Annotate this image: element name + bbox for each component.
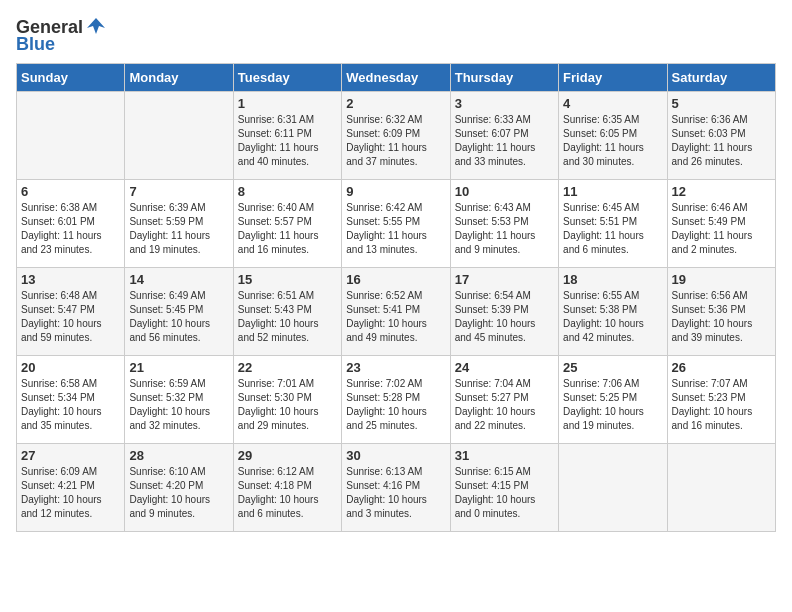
day-info: Sunrise: 7:02 AM Sunset: 5:28 PM Dayligh… <box>346 377 445 433</box>
day-info: Sunrise: 6:12 AM Sunset: 4:18 PM Dayligh… <box>238 465 337 521</box>
day-number: 31 <box>455 448 554 463</box>
calendar-body: 1Sunrise: 6:31 AM Sunset: 6:11 PM Daylig… <box>17 92 776 532</box>
day-number: 18 <box>563 272 662 287</box>
day-info: Sunrise: 6:15 AM Sunset: 4:15 PM Dayligh… <box>455 465 554 521</box>
day-number: 29 <box>238 448 337 463</box>
day-number: 4 <box>563 96 662 111</box>
calendar-cell: 2Sunrise: 6:32 AM Sunset: 6:09 PM Daylig… <box>342 92 450 180</box>
day-number: 26 <box>672 360 771 375</box>
calendar-cell <box>17 92 125 180</box>
calendar-cell: 1Sunrise: 6:31 AM Sunset: 6:11 PM Daylig… <box>233 92 341 180</box>
day-number: 10 <box>455 184 554 199</box>
calendar-cell: 5Sunrise: 6:36 AM Sunset: 6:03 PM Daylig… <box>667 92 775 180</box>
svg-marker-0 <box>87 18 105 34</box>
column-header-tuesday: Tuesday <box>233 64 341 92</box>
day-info: Sunrise: 7:04 AM Sunset: 5:27 PM Dayligh… <box>455 377 554 433</box>
calendar-cell: 13Sunrise: 6:48 AM Sunset: 5:47 PM Dayli… <box>17 268 125 356</box>
calendar-cell: 21Sunrise: 6:59 AM Sunset: 5:32 PM Dayli… <box>125 356 233 444</box>
calendar-cell: 16Sunrise: 6:52 AM Sunset: 5:41 PM Dayli… <box>342 268 450 356</box>
day-number: 21 <box>129 360 228 375</box>
day-info: Sunrise: 6:42 AM Sunset: 5:55 PM Dayligh… <box>346 201 445 257</box>
calendar-cell: 22Sunrise: 7:01 AM Sunset: 5:30 PM Dayli… <box>233 356 341 444</box>
calendar-cell: 24Sunrise: 7:04 AM Sunset: 5:27 PM Dayli… <box>450 356 558 444</box>
column-header-wednesday: Wednesday <box>342 64 450 92</box>
logo-blue-text: Blue <box>16 34 55 55</box>
day-info: Sunrise: 7:07 AM Sunset: 5:23 PM Dayligh… <box>672 377 771 433</box>
day-number: 5 <box>672 96 771 111</box>
day-info: Sunrise: 7:01 AM Sunset: 5:30 PM Dayligh… <box>238 377 337 433</box>
calendar-cell: 30Sunrise: 6:13 AM Sunset: 4:16 PM Dayli… <box>342 444 450 532</box>
calendar-cell: 31Sunrise: 6:15 AM Sunset: 4:15 PM Dayli… <box>450 444 558 532</box>
calendar-cell: 28Sunrise: 6:10 AM Sunset: 4:20 PM Dayli… <box>125 444 233 532</box>
calendar-cell: 15Sunrise: 6:51 AM Sunset: 5:43 PM Dayli… <box>233 268 341 356</box>
day-number: 25 <box>563 360 662 375</box>
calendar-cell <box>125 92 233 180</box>
day-info: Sunrise: 6:32 AM Sunset: 6:09 PM Dayligh… <box>346 113 445 169</box>
column-header-saturday: Saturday <box>667 64 775 92</box>
day-info: Sunrise: 6:10 AM Sunset: 4:20 PM Dayligh… <box>129 465 228 521</box>
calendar-week-row: 6Sunrise: 6:38 AM Sunset: 6:01 PM Daylig… <box>17 180 776 268</box>
day-number: 19 <box>672 272 771 287</box>
day-number: 17 <box>455 272 554 287</box>
day-info: Sunrise: 6:54 AM Sunset: 5:39 PM Dayligh… <box>455 289 554 345</box>
logo-bird-icon <box>85 16 107 38</box>
column-header-thursday: Thursday <box>450 64 558 92</box>
day-info: Sunrise: 6:33 AM Sunset: 6:07 PM Dayligh… <box>455 113 554 169</box>
day-number: 20 <box>21 360 120 375</box>
calendar-cell: 14Sunrise: 6:49 AM Sunset: 5:45 PM Dayli… <box>125 268 233 356</box>
column-header-monday: Monday <box>125 64 233 92</box>
calendar-cell: 4Sunrise: 6:35 AM Sunset: 6:05 PM Daylig… <box>559 92 667 180</box>
day-number: 1 <box>238 96 337 111</box>
calendar-cell: 29Sunrise: 6:12 AM Sunset: 4:18 PM Dayli… <box>233 444 341 532</box>
day-info: Sunrise: 6:59 AM Sunset: 5:32 PM Dayligh… <box>129 377 228 433</box>
day-info: Sunrise: 6:51 AM Sunset: 5:43 PM Dayligh… <box>238 289 337 345</box>
calendar-cell: 9Sunrise: 6:42 AM Sunset: 5:55 PM Daylig… <box>342 180 450 268</box>
logo: General Blue <box>16 16 107 55</box>
day-info: Sunrise: 6:43 AM Sunset: 5:53 PM Dayligh… <box>455 201 554 257</box>
calendar-cell <box>667 444 775 532</box>
day-number: 8 <box>238 184 337 199</box>
page-header: General Blue <box>16 16 776 55</box>
calendar-cell: 11Sunrise: 6:45 AM Sunset: 5:51 PM Dayli… <box>559 180 667 268</box>
calendar-cell: 17Sunrise: 6:54 AM Sunset: 5:39 PM Dayli… <box>450 268 558 356</box>
calendar-week-row: 1Sunrise: 6:31 AM Sunset: 6:11 PM Daylig… <box>17 92 776 180</box>
calendar-week-row: 20Sunrise: 6:58 AM Sunset: 5:34 PM Dayli… <box>17 356 776 444</box>
calendar-cell: 20Sunrise: 6:58 AM Sunset: 5:34 PM Dayli… <box>17 356 125 444</box>
calendar-cell: 8Sunrise: 6:40 AM Sunset: 5:57 PM Daylig… <box>233 180 341 268</box>
day-info: Sunrise: 6:31 AM Sunset: 6:11 PM Dayligh… <box>238 113 337 169</box>
calendar-cell: 3Sunrise: 6:33 AM Sunset: 6:07 PM Daylig… <box>450 92 558 180</box>
calendar-week-row: 27Sunrise: 6:09 AM Sunset: 4:21 PM Dayli… <box>17 444 776 532</box>
day-info: Sunrise: 6:46 AM Sunset: 5:49 PM Dayligh… <box>672 201 771 257</box>
calendar-cell: 25Sunrise: 7:06 AM Sunset: 5:25 PM Dayli… <box>559 356 667 444</box>
day-info: Sunrise: 6:45 AM Sunset: 5:51 PM Dayligh… <box>563 201 662 257</box>
day-info: Sunrise: 6:58 AM Sunset: 5:34 PM Dayligh… <box>21 377 120 433</box>
calendar-cell: 23Sunrise: 7:02 AM Sunset: 5:28 PM Dayli… <box>342 356 450 444</box>
day-info: Sunrise: 6:39 AM Sunset: 5:59 PM Dayligh… <box>129 201 228 257</box>
day-info: Sunrise: 6:40 AM Sunset: 5:57 PM Dayligh… <box>238 201 337 257</box>
day-number: 7 <box>129 184 228 199</box>
day-number: 27 <box>21 448 120 463</box>
day-number: 23 <box>346 360 445 375</box>
calendar-cell: 6Sunrise: 6:38 AM Sunset: 6:01 PM Daylig… <box>17 180 125 268</box>
day-number: 24 <box>455 360 554 375</box>
calendar-cell: 12Sunrise: 6:46 AM Sunset: 5:49 PM Dayli… <box>667 180 775 268</box>
day-info: Sunrise: 6:56 AM Sunset: 5:36 PM Dayligh… <box>672 289 771 345</box>
day-number: 30 <box>346 448 445 463</box>
day-info: Sunrise: 6:52 AM Sunset: 5:41 PM Dayligh… <box>346 289 445 345</box>
day-number: 28 <box>129 448 228 463</box>
day-number: 9 <box>346 184 445 199</box>
day-info: Sunrise: 6:48 AM Sunset: 5:47 PM Dayligh… <box>21 289 120 345</box>
day-info: Sunrise: 7:06 AM Sunset: 5:25 PM Dayligh… <box>563 377 662 433</box>
day-number: 16 <box>346 272 445 287</box>
day-number: 2 <box>346 96 445 111</box>
day-number: 6 <box>21 184 120 199</box>
calendar-table: SundayMondayTuesdayWednesdayThursdayFrid… <box>16 63 776 532</box>
calendar-cell: 18Sunrise: 6:55 AM Sunset: 5:38 PM Dayli… <box>559 268 667 356</box>
column-header-friday: Friday <box>559 64 667 92</box>
day-info: Sunrise: 6:35 AM Sunset: 6:05 PM Dayligh… <box>563 113 662 169</box>
day-info: Sunrise: 6:49 AM Sunset: 5:45 PM Dayligh… <box>129 289 228 345</box>
calendar-week-row: 13Sunrise: 6:48 AM Sunset: 5:47 PM Dayli… <box>17 268 776 356</box>
day-number: 13 <box>21 272 120 287</box>
column-header-sunday: Sunday <box>17 64 125 92</box>
day-number: 11 <box>563 184 662 199</box>
